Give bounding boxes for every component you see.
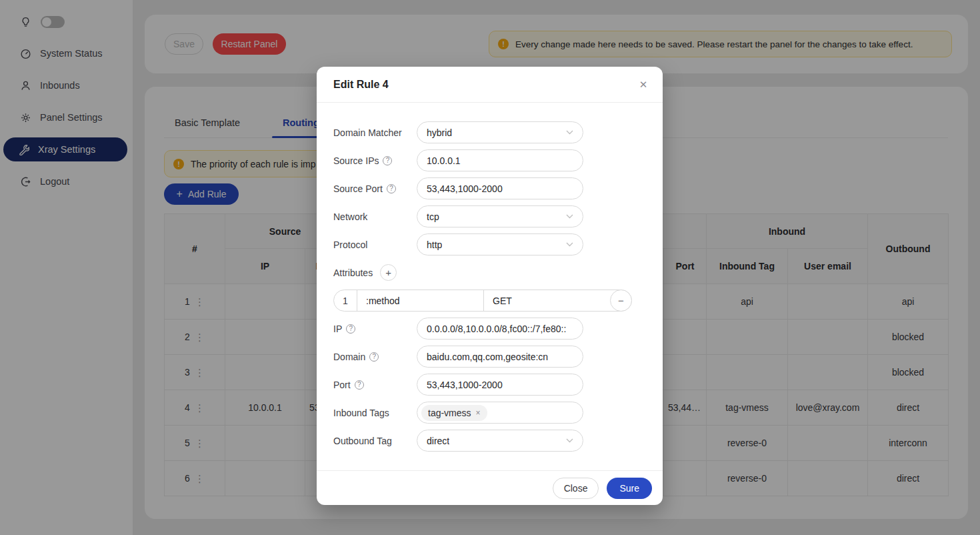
attribute-index: 1: [334, 290, 357, 311]
protocol-select[interactable]: http: [417, 233, 583, 255]
help-icon[interactable]: ?: [383, 156, 392, 165]
input-value: GET: [493, 296, 512, 306]
port-input[interactable]: 53,443,1000-2000: [417, 374, 583, 396]
attribute-key-input[interactable]: :method: [357, 290, 484, 311]
field-inbound-tags: Inbound Tags tag-vmess ×: [333, 402, 646, 424]
app: System Status Inbounds Panel Settings Xr…: [0, 0, 980, 535]
field-network: Network tcp: [333, 205, 646, 227]
outbound-tag-select[interactable]: direct: [417, 430, 583, 452]
input-value: 53,443,1000-2000: [427, 380, 503, 390]
edit-rule-modal: Edit Rule 4 ✕ Domain Matcher hybrid Sour…: [317, 67, 663, 505]
source-port-input[interactable]: 53,443,1000-2000: [417, 177, 583, 199]
field-label: Protocol: [333, 239, 417, 250]
help-icon[interactable]: ?: [355, 380, 364, 390]
modal-body: Domain Matcher hybrid Source IPs? 10.0.0…: [317, 103, 663, 452]
select-value: http: [427, 239, 442, 250]
field-label: Domain: [333, 352, 365, 362]
field-label: Domain Matcher: [333, 127, 417, 138]
add-attribute-button[interactable]: +: [380, 264, 397, 281]
help-icon[interactable]: ?: [369, 352, 379, 362]
field-label: Network: [333, 211, 417, 222]
attribute-row: 1 :method GET −: [333, 290, 632, 312]
inbound-tags-select[interactable]: tag-vmess ×: [417, 402, 583, 424]
modal-header: Edit Rule 4 ✕: [317, 67, 663, 103]
modal-sure-button[interactable]: Sure: [607, 478, 652, 499]
tag-remove-icon[interactable]: ×: [476, 408, 481, 418]
field-label: Source IPs: [333, 155, 379, 166]
source-ips-input[interactable]: 10.0.0.1: [417, 149, 583, 171]
chevron-down-icon: [566, 130, 573, 135]
field-label: Inbound Tags: [333, 408, 417, 418]
chevron-down-icon: [566, 214, 573, 219]
tag-chip: tag-vmess ×: [421, 405, 487, 421]
attribute-input-group: 1 :method GET: [333, 290, 632, 312]
remove-attribute-button[interactable]: −: [610, 290, 632, 312]
modal-footer: Close Sure: [317, 470, 663, 505]
modal-title: Edit Rule 4: [333, 79, 389, 91]
domain-input[interactable]: baidu.com,qq.com,geosite:cn: [417, 346, 583, 368]
field-label: Port: [333, 380, 351, 390]
attributes-label: Attributes: [333, 268, 373, 278]
help-icon[interactable]: ?: [387, 184, 396, 193]
field-protocol: Protocol http: [333, 233, 646, 255]
domain-matcher-select[interactable]: hybrid: [417, 121, 583, 143]
attributes-header: Attributes +: [333, 261, 646, 284]
select-value: direct: [427, 436, 449, 446]
input-value: baidu.com,qq.com,geosite:cn: [427, 352, 548, 362]
chevron-down-icon: [566, 438, 573, 443]
input-value: 53,443,1000-2000: [427, 183, 503, 194]
input-value: 10.0.0.1: [427, 155, 461, 166]
plus-icon: +: [385, 267, 391, 278]
field-domain: Domain? baidu.com,qq.com,geosite:cn: [333, 346, 646, 368]
field-label: IP: [333, 324, 342, 334]
tag-label: tag-vmess: [428, 408, 471, 418]
field-source-ips: Source IPs? 10.0.0.1: [333, 149, 646, 171]
ip-input[interactable]: 0.0.0.0/8,10.0.0.0/8,fc00::/7,fe80::: [417, 318, 583, 340]
input-value: :method: [366, 296, 400, 306]
minus-icon: −: [618, 295, 624, 306]
attribute-value-input[interactable]: GET: [484, 290, 631, 311]
field-domain-matcher: Domain Matcher hybrid: [333, 121, 646, 143]
select-value: hybrid: [427, 127, 452, 138]
network-select[interactable]: tcp: [417, 205, 583, 227]
help-icon[interactable]: ?: [346, 324, 355, 334]
field-label: Outbound Tag: [333, 436, 417, 446]
input-value: 0.0.0.0/8,10.0.0.0/8,fc00::/7,fe80::: [427, 324, 566, 334]
field-label: Source Port: [333, 183, 383, 194]
field-ip: IP? 0.0.0.0/8,10.0.0.0/8,fc00::/7,fe80::: [333, 318, 646, 340]
select-value: tcp: [427, 211, 439, 222]
close-icon[interactable]: ✕: [637, 78, 650, 91]
field-port: Port? 53,443,1000-2000: [333, 374, 646, 396]
modal-close-button[interactable]: Close: [553, 478, 599, 499]
field-source-port: Source Port? 53,443,1000-2000: [333, 177, 646, 199]
field-outbound-tag: Outbound Tag direct: [333, 430, 646, 452]
chevron-down-icon: [566, 242, 573, 247]
